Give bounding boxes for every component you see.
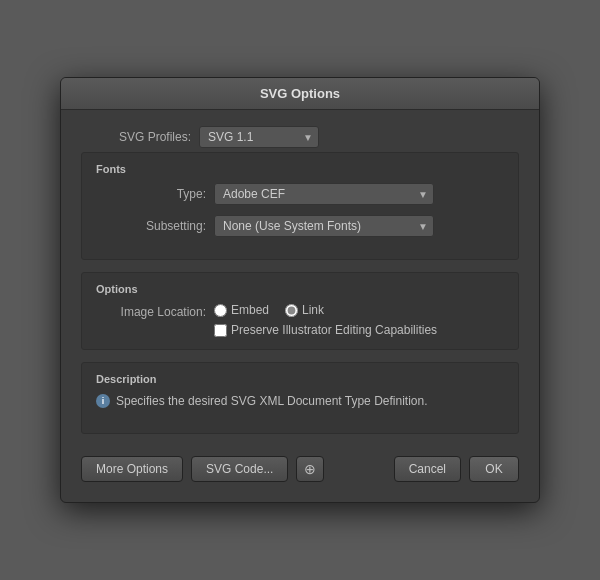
link-label: Link — [302, 303, 324, 317]
link-radio-label[interactable]: Link — [285, 303, 324, 317]
subsetting-row: Subsetting: None (Use System Fonts) Only… — [96, 215, 504, 237]
ok-button[interactable]: OK — [469, 456, 519, 482]
type-select-wrapper: Adobe CEF SVG Convert to Outline None ▼ — [214, 183, 434, 205]
dialog-body: SVG Profiles: SVG 1.1 SVG 1.0 SVG Basic … — [61, 110, 539, 502]
subsetting-select[interactable]: None (Use System Fonts) Only Glyphs Used… — [214, 215, 434, 237]
preserve-checkbox[interactable] — [214, 324, 227, 337]
embed-label: Embed — [231, 303, 269, 317]
svg-profiles-row: SVG Profiles: SVG 1.1 SVG 1.0 SVG Basic … — [81, 126, 519, 148]
fonts-section-title: Fonts — [96, 163, 504, 175]
svg-profiles-wrapper: SVG 1.1 SVG 1.0 SVG Basic SVG Tiny ▼ — [199, 126, 319, 148]
type-select[interactable]: Adobe CEF SVG Convert to Outline None — [214, 183, 434, 205]
image-location-radio-group: Embed Link — [214, 303, 437, 317]
link-radio[interactable] — [285, 304, 298, 317]
image-location-controls: Embed Link Preserve Illustrator Editing … — [214, 303, 437, 337]
embed-radio-label[interactable]: Embed — [214, 303, 269, 317]
svg-profiles-label: SVG Profiles: — [81, 130, 191, 144]
cancel-button[interactable]: Cancel — [394, 456, 461, 482]
description-title: Description — [96, 373, 504, 385]
info-icon: i — [96, 394, 110, 408]
description-section: Description i Specifies the desired SVG … — [81, 362, 519, 434]
globe-button[interactable]: ⊕ — [296, 456, 324, 482]
more-options-button[interactable]: More Options — [81, 456, 183, 482]
svg-code-button[interactable]: SVG Code... — [191, 456, 288, 482]
type-label: Type: — [96, 187, 206, 201]
options-section-title: Options — [96, 283, 504, 295]
subsetting-label: Subsetting: — [96, 219, 206, 233]
description-text: Specifies the desired SVG XML Document T… — [116, 393, 428, 410]
preserve-checkbox-label[interactable]: Preserve Illustrator Editing Capabilitie… — [214, 323, 437, 337]
globe-icon: ⊕ — [304, 461, 316, 477]
options-section: Options Image Location: Embed Link — [81, 272, 519, 350]
image-location-label: Image Location: — [96, 303, 206, 319]
type-row: Type: Adobe CEF SVG Convert to Outline N… — [96, 183, 504, 205]
subsetting-select-wrapper: None (Use System Fonts) Only Glyphs Used… — [214, 215, 434, 237]
fonts-section: Fonts Type: Adobe CEF SVG Convert to Out… — [81, 152, 519, 260]
embed-radio[interactable] — [214, 304, 227, 317]
svg-options-dialog: SVG Options SVG Profiles: SVG 1.1 SVG 1.… — [60, 77, 540, 503]
description-content: i Specifies the desired SVG XML Document… — [96, 393, 504, 410]
image-location-row: Image Location: Embed Link — [96, 303, 504, 337]
preserve-label: Preserve Illustrator Editing Capabilitie… — [231, 323, 437, 337]
svg-profiles-select[interactable]: SVG 1.1 SVG 1.0 SVG Basic SVG Tiny — [199, 126, 319, 148]
dialog-title: SVG Options — [61, 78, 539, 110]
button-row: More Options SVG Code... ⊕ Cancel OK — [81, 448, 519, 486]
